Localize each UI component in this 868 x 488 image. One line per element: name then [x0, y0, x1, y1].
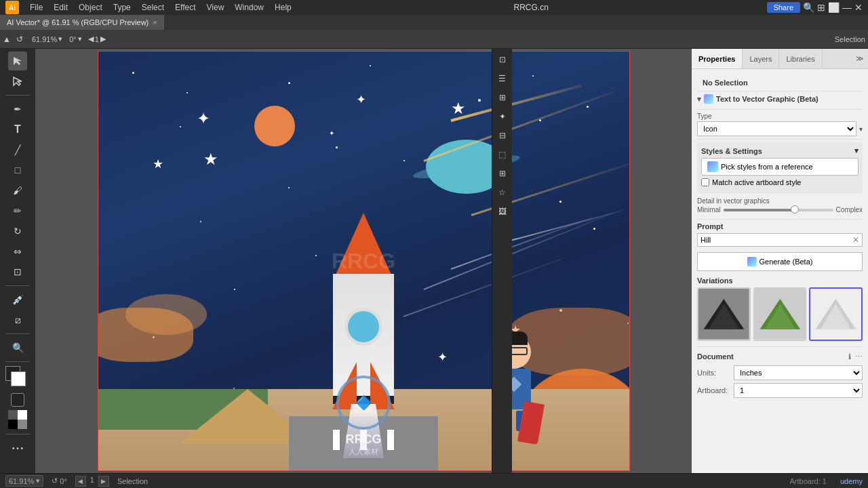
mirror-tool[interactable]: ⇔ [8, 242, 27, 261]
share-button[interactable]: Share [767, 2, 800, 13]
type-tool[interactable]: T [8, 120, 27, 139]
detail-slider[interactable] [724, 209, 833, 211]
svg-rect-5 [8, 410, 18, 420]
variations-label: Variations [697, 277, 863, 285]
direct-selection-tool[interactable] [8, 72, 27, 91]
main-content: ✒ T ╱ □ 🖌 ✏ ↻ ⇔ ⊡ 💉 ⧄ 🔍 • • • [0, 49, 868, 473]
nav-prev[interactable]: ◀ [88, 35, 94, 43]
detail-slider-container: Minimal Complex [697, 206, 863, 214]
window-icon[interactable]: ⬜ [828, 2, 840, 13]
rotation-status: ↺ 0° [52, 476, 67, 485]
selection-mode-label: Selection [835, 35, 865, 43]
panel-icon-4[interactable]: ✦ [494, 108, 511, 125]
pick-styles-button[interactable]: Pick styles from a reference [701, 158, 859, 176]
zoom-tool[interactable]: 🔍 [8, 338, 27, 357]
panel-icon-3[interactable]: ⊞ [494, 89, 511, 106]
zoom-status[interactable]: 61.91% ▾ [5, 475, 43, 487]
svg-rect-2 [8, 420, 18, 429]
units-row: Units: Inches [697, 365, 863, 380]
selection-tool[interactable] [8, 52, 27, 70]
detail-label: Detail in vector graphics [697, 197, 863, 205]
page-number: 1 [95, 35, 99, 43]
more-tools[interactable]: • • • [8, 439, 27, 458]
minimize-icon[interactable]: — [842, 2, 852, 13]
close-icon[interactable]: ✕ [854, 2, 863, 13]
nav-next[interactable]: ▶ [100, 35, 106, 43]
menu-item-help[interactable]: Help [271, 1, 296, 14]
eyedropper-tool[interactable]: 💉 [8, 290, 27, 309]
tab-close-button[interactable]: × [153, 18, 157, 26]
panel-icon-2[interactable]: ☰ [494, 70, 511, 87]
variation-3[interactable] [809, 287, 863, 341]
menu-item-type[interactable]: Type [109, 1, 135, 14]
generate-button[interactable]: Generate (Beta) [697, 252, 863, 271]
menu-item-object[interactable]: Object [75, 1, 106, 14]
collapse-panel-button[interactable]: ≫ [852, 49, 868, 68]
info-icon[interactable]: ℹ [848, 352, 851, 361]
menu-item-view[interactable]: View [203, 1, 229, 14]
fill-stroke-colors[interactable] [5, 366, 30, 390]
panel-icon-7[interactable]: ⊞ [494, 165, 511, 182]
prev-page[interactable]: ◀ [75, 476, 86, 487]
app-title: RRCG.cn [514, 3, 549, 12]
styles-settings-header[interactable]: Styles & Settings ▾ [701, 146, 859, 155]
mode-label: Selection [117, 477, 148, 485]
units-select[interactable]: Inches [734, 365, 863, 380]
rotate-tool[interactable]: ↻ [8, 222, 27, 241]
menu-item-window[interactable]: Window [231, 1, 268, 14]
menu-item-edit[interactable]: Edit [50, 1, 72, 14]
panel-icon-1[interactable]: ⊡ [494, 52, 511, 68]
panel-icon-9[interactable]: 🖼 [494, 203, 511, 220]
fill-color[interactable] [11, 393, 24, 407]
tab-properties[interactable]: Properties [692, 49, 743, 68]
zoom-dropdown[interactable]: 61.91% ▾ [28, 33, 66, 45]
match-artboard-row: Match active artboard style [701, 178, 859, 186]
menu-item-select[interactable]: Select [138, 1, 168, 14]
artboard-label: Artboard: [697, 386, 731, 394]
canvas-area[interactable]: ✦ ✦ ★ ✦ ★ ★ ✦ ✦ ✦ ✦ ★ ★ [35, 49, 692, 473]
artboard-status: Artboard: 1 [790, 477, 827, 485]
type-select[interactable]: Icon [697, 121, 856, 136]
paintbrush-tool[interactable]: 🖌 [8, 181, 27, 200]
prompt-input[interactable] [701, 236, 852, 244]
search-icon[interactable]: 🔍 [803, 2, 814, 13]
ttv-section-header[interactable]: ▾ Text to Vector Graphic (Beta) [697, 92, 863, 106]
properties-tabs: Properties Layers Libraries ≫ [692, 49, 868, 69]
pen-tool[interactable]: ✒ [8, 100, 27, 119]
line-tool[interactable]: ╱ [8, 140, 27, 159]
match-artboard-checkbox[interactable] [701, 178, 709, 186]
page-nav: ◀ 1 ▶ [75, 476, 109, 487]
menu-item-effect[interactable]: Effect [171, 1, 199, 14]
title-bar: AI Vector* @ 61.91 % (RGB/CPU Preview) × [0, 15, 868, 30]
variation-1[interactable] [697, 287, 751, 341]
toolbar-row: ▲ ↺ 61.91% ▾ 0° ▾ ◀ 1 ▶ Selection [0, 30, 868, 49]
blend-tool[interactable]: ⧄ [8, 310, 27, 329]
variations-grid [697, 287, 863, 341]
selection-tool-icon: ▲ [3, 35, 11, 44]
panel-icon-5[interactable]: ⊟ [494, 127, 511, 144]
next-page[interactable]: ▶ [98, 476, 109, 487]
status-bar: 61.91% ▾ ↺ 0° ◀ 1 ▶ Selection Artboard: … [0, 473, 868, 488]
panel-icon-6[interactable]: ⬚ [494, 146, 511, 163]
rotation-dropdown[interactable]: 0° ▾ [66, 33, 85, 45]
more-options-icon[interactable]: ⋯ [855, 352, 863, 361]
pick-style-icon [707, 161, 718, 172]
prompt-input-row: ✕ [697, 233, 863, 247]
panel-icon-8[interactable]: ☆ [494, 184, 511, 201]
collapse-ttv-icon: ▾ [697, 95, 701, 104]
variation-2[interactable] [753, 287, 807, 341]
pencil-tool[interactable]: ✏ [8, 201, 27, 220]
detail-max-label: Complex [836, 206, 863, 214]
artboard-select[interactable]: 1 [734, 383, 863, 398]
shape-tool[interactable]: □ [8, 161, 27, 180]
tab-libraries[interactable]: Libraries [779, 49, 822, 68]
document-section-header: Document ℹ ⋯ [697, 352, 863, 361]
document-tab[interactable]: AI Vector* @ 61.91 % (RGB/CPU Preview) × [0, 15, 164, 30]
menu-item-file[interactable]: File [26, 1, 47, 14]
color-swatch[interactable] [8, 410, 27, 429]
prompt-clear-button[interactable]: ✕ [852, 235, 859, 245]
arrange-icon[interactable]: ⊞ [817, 2, 825, 13]
tab-layers[interactable]: Layers [743, 49, 779, 68]
menu-bar: Ai File Edit Object Type Select Effect V… [0, 0, 868, 15]
scale-tool[interactable]: ⊡ [8, 262, 27, 281]
